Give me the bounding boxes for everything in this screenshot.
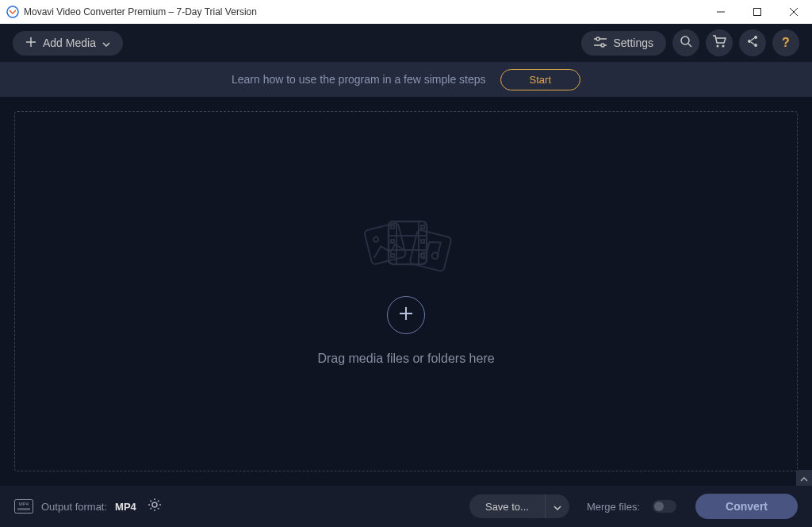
- svg-rect-40: [17, 508, 30, 510]
- minimize-button[interactable]: [703, 0, 739, 24]
- convert-button[interactable]: Convert: [695, 494, 798, 519]
- help-icon: ?: [782, 36, 790, 50]
- bottom-bar: MP4 Output format: MP4 Save to... Merge …: [0, 486, 812, 527]
- svg-line-19: [751, 42, 754, 44]
- sliders-icon: [594, 37, 607, 50]
- main-area: Drag media files or folders here: [0, 97, 812, 486]
- svg-line-47: [158, 508, 159, 510]
- svg-point-8: [596, 37, 599, 40]
- svg-point-21: [373, 237, 378, 242]
- svg-point-11: [681, 37, 689, 44]
- toolbar-right: Settings ?: [581, 29, 799, 56]
- close-button[interactable]: [776, 0, 812, 24]
- media-icons: [347, 217, 465, 279]
- merge-files-label: Merge files:: [587, 501, 640, 513]
- svg-line-49: [158, 501, 159, 502]
- svg-rect-20: [364, 222, 406, 264]
- tutorial-banner: Learn how to use the program in a few si…: [0, 62, 812, 97]
- save-to-button[interactable]: Save to...: [469, 496, 545, 517]
- svg-rect-30: [421, 225, 424, 229]
- add-files-button[interactable]: [387, 296, 425, 334]
- title-left: Movavi Video Converter Premium – 7-Day T…: [6, 6, 257, 18]
- svg-point-35: [431, 252, 439, 260]
- share-button[interactable]: [739, 29, 766, 56]
- window-title: Movavi Video Converter Premium – 7-Day T…: [24, 6, 257, 17]
- svg-point-17: [754, 44, 757, 47]
- svg-rect-29: [391, 254, 394, 257]
- svg-point-10: [601, 44, 604, 47]
- app-icon: [6, 6, 19, 18]
- search-icon: [680, 35, 692, 51]
- svg-line-48: [150, 508, 151, 510]
- svg-point-16: [748, 40, 751, 43]
- dropzone-hint: Drag media files or folders here: [317, 352, 494, 366]
- plus-icon: [25, 37, 36, 50]
- output-format-label: Output format:: [41, 501, 107, 513]
- chevron-down-icon: [553, 499, 561, 513]
- app-toolbar: Add Media Settings ?: [0, 24, 812, 62]
- save-to-group: Save to...: [469, 494, 569, 518]
- gear-icon: [147, 501, 162, 514]
- dropzone[interactable]: Drag media files or folders here: [14, 111, 798, 471]
- svg-line-46: [150, 501, 151, 502]
- merge-files-toggle[interactable]: [653, 500, 676, 513]
- output-format-value[interactable]: MP4: [115, 501, 136, 513]
- window-titlebar: Movavi Video Converter Premium – 7-Day T…: [0, 0, 812, 24]
- svg-point-14: [722, 45, 725, 48]
- svg-line-12: [688, 44, 691, 47]
- svg-rect-31: [421, 240, 424, 243]
- share-icon: [746, 35, 759, 51]
- help-button[interactable]: ?: [772, 29, 799, 56]
- format-icon: MP4: [14, 499, 33, 514]
- chevron-up-icon: [800, 471, 808, 485]
- plus-icon: [397, 305, 415, 325]
- window-controls: [703, 0, 812, 24]
- cart-button[interactable]: [706, 29, 733, 56]
- search-button[interactable]: [672, 29, 699, 56]
- svg-rect-27: [391, 225, 394, 229]
- svg-point-0: [7, 6, 18, 17]
- svg-rect-28: [391, 240, 394, 243]
- svg-point-41: [152, 502, 157, 507]
- start-tutorial-button[interactable]: Start: [500, 69, 580, 90]
- add-media-label: Add Media: [43, 37, 96, 49]
- svg-point-13: [717, 45, 719, 48]
- collapse-presets-button[interactable]: [796, 470, 812, 486]
- settings-button[interactable]: Settings: [581, 31, 666, 56]
- format-settings-button[interactable]: [147, 498, 162, 515]
- svg-line-18: [751, 38, 754, 40]
- add-media-button[interactable]: Add Media: [13, 31, 123, 56]
- cart-icon: [712, 35, 726, 51]
- svg-text:MP4: MP4: [19, 502, 29, 506]
- chevron-down-icon: [102, 37, 110, 49]
- svg-point-15: [754, 36, 757, 39]
- banner-text: Learn how to use the program in a few si…: [232, 73, 486, 86]
- save-to-dropdown[interactable]: [545, 494, 569, 518]
- svg-rect-2: [754, 9, 761, 16]
- maximize-button[interactable]: [739, 0, 776, 24]
- settings-label: Settings: [613, 37, 653, 49]
